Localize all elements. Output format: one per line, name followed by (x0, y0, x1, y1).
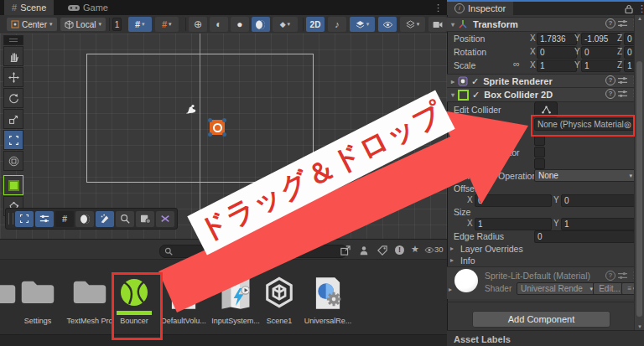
move-tool-button[interactable] (3, 67, 23, 87)
asset-item-scene1[interactable]: Scene1 (255, 276, 304, 310)
add-component-button[interactable]: Add Component (472, 311, 610, 328)
hand-tool-button[interactable] (3, 46, 23, 66)
favorites-star-icon[interactable]: ★ (411, 244, 419, 255)
custom-editor-tool-button[interactable] (3, 175, 23, 195)
eye-icon[interactable] (424, 246, 434, 254)
light-gizmos-button[interactable]: ▾ (350, 17, 375, 32)
link-scale-icon[interactable]: ∞ (513, 59, 520, 69)
asset-item-inputsystem[interactable]: InputSystem... (211, 276, 260, 312)
rect-tool-button[interactable] (3, 130, 23, 150)
edge-radius-field[interactable]: 0 (534, 230, 635, 243)
alert-filter-icon[interactable]: ! (395, 245, 404, 255)
is-trigger-label: Is Trigger (454, 136, 491, 146)
presets-icon[interactable] (618, 90, 627, 98)
overlay-tool-settings-button[interactable] (35, 211, 54, 227)
shader-dropdown[interactable]: Universal Rende ▾ (517, 282, 597, 295)
foldout-closed-icon[interactable]: ▸ (451, 78, 454, 85)
rect-handle[interactable] (208, 118, 212, 122)
overlay-shortcuts-button[interactable] (156, 211, 174, 227)
lighting-toggle-button[interactable] (252, 17, 270, 32)
filter-type-icon[interactable] (359, 245, 369, 256)
foldout-open-icon[interactable]: ▾ (451, 21, 454, 28)
camera-settings-button[interactable] (428, 17, 447, 32)
scrollbar-thumb[interactable] (636, 61, 642, 317)
transform-tool-button[interactable] (3, 151, 23, 171)
move-icon (8, 72, 19, 83)
help-icon[interactable]: ? (605, 271, 615, 281)
axis-z-label: Z (617, 47, 622, 56)
scene-menu-kebab-icon[interactable]: ⋮ (434, 3, 442, 13)
shading-shaded-button[interactable]: ● (231, 17, 249, 32)
asset-item-universalrender[interactable]: UniversalRe... (304, 276, 352, 312)
audio-toggle-button[interactable]: ♪ (328, 17, 346, 32)
rotation-y-field[interactable]: 0 (581, 46, 621, 59)
foldout-closed-icon[interactable]: ▸ (450, 245, 454, 252)
open-asset-icon[interactable] (340, 245, 351, 256)
size-x-field[interactable]: 1 (475, 218, 552, 230)
asset-item-settings[interactable]: Settings (13, 276, 62, 308)
tab-scene[interactable]: # Scene (4, 0, 54, 15)
used-by-effector-checkbox[interactable] (534, 147, 545, 158)
rect-handle[interactable] (222, 132, 226, 137)
shading-wireframe-button[interactable]: ⊕ (189, 17, 207, 32)
inspector-scrollbar[interactable]: ▲ ▼ (634, 15, 644, 330)
overlay-drag-handle[interactable] (8, 213, 13, 225)
size-y-field[interactable]: 1 (561, 218, 638, 230)
scene-visibility-button[interactable] (378, 17, 397, 32)
position-x-field[interactable]: 1.7836 (537, 33, 577, 45)
foldout-open-icon[interactable]: ▾ (451, 91, 454, 99)
mode-2d-button[interactable]: 2D (306, 17, 325, 32)
scale-y-field[interactable]: 1 (581, 59, 621, 72)
shading-shaded-wire-button[interactable]: ◐ (210, 17, 228, 32)
overlay-rect-tool-button[interactable] (15, 211, 34, 227)
offset-x-field[interactable]: 0 (475, 194, 552, 207)
effects-button[interactable]: ◆ ▾ (273, 17, 298, 32)
rotation-x-field[interactable]: 0 (537, 46, 577, 59)
grid-icon: # (135, 19, 140, 29)
tab-game[interactable]: Game (60, 0, 116, 15)
auto-tiling-checkbox[interactable] (534, 158, 545, 169)
project-footer (0, 334, 447, 346)
asset-item-defaultvolume[interactable]: DefaultVolu... (159, 276, 208, 312)
pivot-mode-button[interactable]: Center ▾ (7, 18, 57, 31)
presets-icon[interactable] (618, 76, 627, 85)
tab-inspector[interactable]: i Inspector (447, 2, 513, 15)
position-y-field[interactable]: -1.095 (581, 33, 621, 45)
help-icon[interactable]: ? (605, 18, 615, 28)
enabled-checkbox[interactable]: ✓ (471, 76, 479, 87)
asset-item-textmeshpro[interactable]: TextMesh Pro (65, 276, 114, 308)
scroll-up-icon[interactable]: ▲ (637, 16, 642, 21)
scroll-down-icon[interactable]: ▼ (637, 324, 642, 329)
offset-y-field[interactable]: 0 (561, 194, 638, 207)
inspector-menu-kebab-icon[interactable]: ⋮ (637, 3, 644, 14)
overlay-grid-button[interactable]: # (55, 211, 74, 227)
overlay-particles-button[interactable] (96, 211, 114, 227)
scale-x-field[interactable]: 1 (537, 59, 577, 72)
composite-operation-dropdown[interactable]: None ▾ (534, 169, 636, 182)
help-icon[interactable]: ? (605, 89, 615, 99)
toolbar-drag-handle[interactable] (3, 35, 23, 45)
rect-handle[interactable] (208, 132, 212, 137)
label-tag-icon[interactable] (377, 245, 387, 256)
rect-handle[interactable] (222, 118, 226, 122)
presets-icon[interactable] (618, 271, 627, 280)
selected-sprite[interactable] (210, 120, 225, 135)
foldout-closed-icon[interactable]: ▸ (450, 256, 454, 264)
orientation-button[interactable]: Local ▾ (60, 18, 106, 31)
foldout-closed-icon[interactable]: ▸ (449, 286, 452, 293)
rotate-tool-button[interactable] (3, 88, 23, 108)
grid-size-field[interactable]: 1 (112, 18, 122, 31)
axis-x-label: X (530, 47, 536, 56)
presets-icon[interactable] (618, 19, 627, 28)
overlay-cameras-button[interactable] (136, 211, 154, 227)
enabled-checkbox[interactable]: ✓ (472, 90, 480, 101)
layers-dropdown-button[interactable]: ▾ (400, 17, 425, 32)
project-search-input[interactable] (159, 245, 347, 258)
snap-settings-button[interactable]: # ▾ (155, 17, 179, 32)
overlay-search-button[interactable] (116, 211, 134, 227)
overlay-lighting-button[interactable] (75, 211, 94, 227)
scale-tool-button[interactable] (3, 109, 23, 129)
grid-visibility-button[interactable]: # ▾ (128, 17, 152, 32)
help-icon[interactable]: ? (605, 75, 615, 85)
lock-icon[interactable] (625, 4, 633, 13)
